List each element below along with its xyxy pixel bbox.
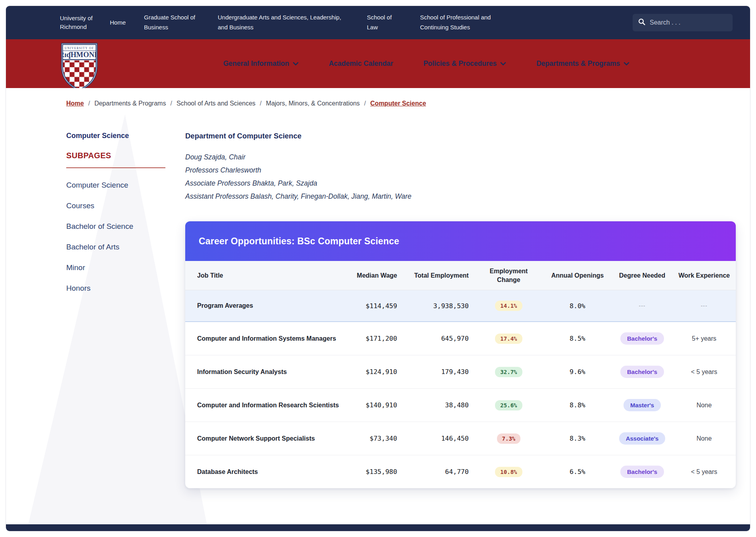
employment-change-cell: 14.1% — [474, 290, 543, 322]
employment-change-cell: 25.6% — [474, 389, 543, 422]
degree-needed-cell: --- — [612, 290, 673, 322]
median-wage-cell: $73,340 — [345, 422, 403, 455]
sidebar-subpages-heading: SUBPAGES — [66, 151, 165, 160]
brand-link[interactable]: University of Richmond — [60, 14, 96, 31]
work-experience-cell: < 5 years — [672, 355, 736, 389]
degree-needed-cell: Bachelor's — [612, 355, 673, 389]
work-experience-value: None — [697, 402, 712, 409]
breadcrumb-item[interactable]: Home — [66, 100, 84, 107]
career-table: Job TitleMedian WageTotal EmploymentEmpl… — [185, 261, 736, 488]
total-employment-cell: 38,480 — [403, 389, 474, 422]
work-experience-value: 5+ years — [692, 335, 716, 342]
breadcrumb: Home/Departments & Programs/School of Ar… — [6, 88, 750, 107]
browser-page: University of Richmond HomeGraduate Scho… — [6, 6, 750, 531]
sidebar-divider — [66, 167, 165, 168]
sidebar-item[interactable]: Minor — [66, 263, 165, 272]
page-content: Home/Departments & Programs/School of Ar… — [6, 88, 750, 524]
work-experience-cell: < 5 years — [672, 455, 736, 489]
main-navbar: UNIVERSITY OF RɪʠHMOND General Informati… — [6, 39, 750, 88]
main-nav-item-label: General Information — [223, 59, 289, 68]
employment-change-badge: 17.4% — [495, 334, 522, 344]
breadcrumb-separator: / — [170, 100, 172, 107]
degree-badge: Bachelor's — [620, 332, 664, 345]
table-row: Database Architects$135,98064,77010.8%6.… — [185, 455, 736, 489]
main-nav-item-label: Policies & Procedures — [423, 59, 497, 68]
annual-openings-cell: 9.6% — [543, 355, 612, 389]
work-experience-cell: 5+ years — [672, 322, 736, 355]
utility-nav-link[interactable]: Graduate School of Business — [144, 13, 200, 33]
job-title-cell: Computer and Information Research Scient… — [185, 389, 345, 422]
main-column: Department of Computer Science Doug Szaj… — [185, 132, 736, 504]
median-wage-cell: $114,459 — [345, 290, 403, 322]
employment-change-cell: 7.3% — [474, 422, 543, 455]
university-richmond-logo[interactable]: UNIVERSITY OF RɪʠHMOND — [60, 43, 99, 93]
table-row: Computer and Information Systems Manager… — [185, 322, 736, 355]
column-header: Employment Change — [474, 261, 543, 290]
card-title: Career Opportunities: BSc Computer Scien… — [199, 236, 399, 247]
annual-openings-cell: 6.5% — [543, 455, 612, 489]
degree-badge: Bachelor's — [620, 366, 664, 378]
employment-change-cell: 17.4% — [474, 322, 543, 355]
sidebar-item[interactable]: Bachelor of Arts — [66, 243, 165, 251]
breadcrumb-item: School of Arts and Sciences — [177, 100, 255, 107]
faculty-line: Associate Professors Bhakta, Park, Szajd… — [185, 177, 736, 190]
faculty-list: Doug Szajda, ChairProfessors Charleswort… — [185, 151, 736, 203]
degree-needed-cell: Bachelor's — [612, 455, 673, 489]
work-experience-cell: None — [672, 389, 736, 422]
breadcrumb-separator: / — [260, 100, 261, 107]
work-experience-cell: None — [672, 422, 736, 455]
sidebar-item[interactable]: Computer Science — [66, 181, 165, 190]
median-wage-cell: $135,980 — [345, 455, 403, 489]
chevron-down-icon — [624, 59, 629, 68]
median-wage-cell: $140,910 — [345, 389, 403, 422]
chevron-down-icon — [500, 59, 506, 68]
total-employment-cell: 179,430 — [403, 355, 474, 389]
column-header: Total Employment — [403, 261, 474, 290]
main-nav-item[interactable]: Departments & Programs — [536, 59, 629, 68]
employment-change-badge: 32.7% — [495, 367, 522, 377]
utility-nav-link[interactable]: School of Law — [367, 13, 402, 33]
sidebar-item[interactable]: Courses — [66, 201, 165, 210]
main-nav-links: General InformationAcademic CalendarPoli… — [99, 59, 726, 68]
table-row: Information Security Analysts$124,910179… — [185, 355, 736, 389]
employment-change-badge: 7.3% — [497, 433, 521, 444]
main-nav-item[interactable]: Policies & Procedures — [423, 59, 506, 68]
employment-change-badge: 25.6% — [495, 400, 522, 410]
total-employment-cell: 645,970 — [403, 322, 474, 355]
sidebar-item[interactable]: Bachelor of Science — [66, 222, 165, 231]
breadcrumb-separator: / — [364, 100, 366, 107]
column-header: Median Wage — [345, 261, 403, 290]
job-title-cell: Program Averages — [185, 290, 345, 322]
sidebar-title: Computer Science — [66, 132, 165, 140]
employment-change-cell: 32.7% — [474, 355, 543, 389]
search-box[interactable] — [633, 14, 733, 31]
annual-openings-cell: 8.3% — [543, 422, 612, 455]
faculty-line: Doug Szajda, Chair — [185, 151, 736, 164]
main-nav-item[interactable]: General Information — [223, 59, 299, 68]
empty-value-dash: --- — [639, 303, 646, 309]
job-title-cell: Database Architects — [185, 455, 345, 489]
degree-needed-cell: Bachelor's — [612, 322, 673, 355]
utility-nav-link[interactable]: School of Professional and Continuing St… — [420, 13, 501, 33]
search-input[interactable] — [650, 19, 727, 26]
table-row: Computer Network Support Specialists$73,… — [185, 422, 736, 455]
total-employment-cell: 146,450 — [403, 422, 474, 455]
annual-openings-cell: 8.8% — [543, 389, 612, 422]
utility-nav-link[interactable]: Undergraduate Arts and Sciences, Leaders… — [218, 13, 349, 33]
work-experience-value: < 5 years — [691, 368, 717, 375]
main-nav-item[interactable]: Academic Calendar — [329, 59, 393, 68]
footer-strip — [6, 524, 750, 531]
column-header: Degree Needed — [612, 261, 673, 290]
breadcrumb-item[interactable]: Computer Science — [370, 100, 426, 107]
main-nav-item-label: Departments & Programs — [536, 59, 620, 68]
degree-needed-cell: Associate's — [612, 422, 673, 455]
search-icon — [638, 18, 645, 27]
card-header: Career Opportunities: BSc Computer Scien… — [185, 221, 736, 261]
svg-text:RɪʠHMOND: RɪʠHMOND — [60, 51, 99, 59]
faculty-line: Assistant Professors Balash, Charity, Fi… — [185, 190, 736, 203]
utility-nav-link[interactable]: Home — [110, 18, 126, 28]
svg-text:UNIVERSITY OF: UNIVERSITY OF — [65, 46, 94, 50]
sidebar-nav: Computer ScienceCoursesBachelor of Scien… — [66, 181, 165, 293]
employment-change-cell: 10.8% — [474, 455, 543, 489]
sidebar-item[interactable]: Honors — [66, 284, 165, 293]
